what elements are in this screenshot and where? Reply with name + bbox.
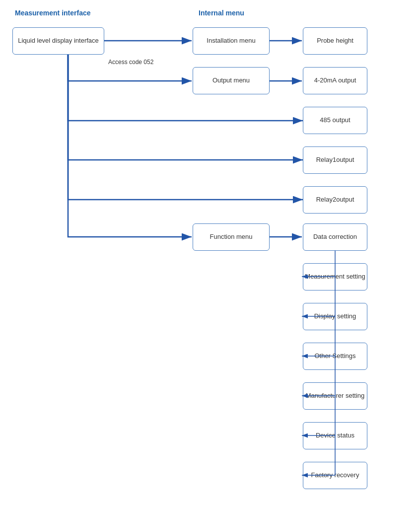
- access-code-label: Access code 052: [108, 59, 153, 66]
- factory-recovery-box: Factory recovery: [303, 462, 367, 489]
- installation-menu-box: Installation menu: [193, 27, 270, 55]
- probe-height-box: Probe height: [303, 27, 367, 55]
- liquid-level-box: Liquid level display interface: [12, 27, 104, 55]
- measurement-setting-box: Measurement setting: [303, 263, 367, 290]
- relay1-box: Relay1output: [303, 146, 367, 174]
- function-menu-box: Function menu: [193, 223, 270, 251]
- data-correction-box: Data correction: [303, 223, 367, 251]
- other-settings-box: Other Settings: [303, 343, 367, 370]
- internal-menu-title: Internal menu: [199, 9, 244, 17]
- output-485-box: 485 output: [303, 107, 367, 134]
- manufacturer-setting-box: Manufacturer setting: [303, 382, 367, 410]
- output-4-20-box: 4-20mA output: [303, 67, 367, 94]
- relay2-box: Relay2output: [303, 186, 367, 214]
- output-menu-box: Output menu: [193, 67, 270, 94]
- measurement-interface-title: Measurement interface: [15, 9, 91, 17]
- display-setting-box: Display setting: [303, 303, 367, 330]
- device-status-box: Device status: [303, 422, 367, 449]
